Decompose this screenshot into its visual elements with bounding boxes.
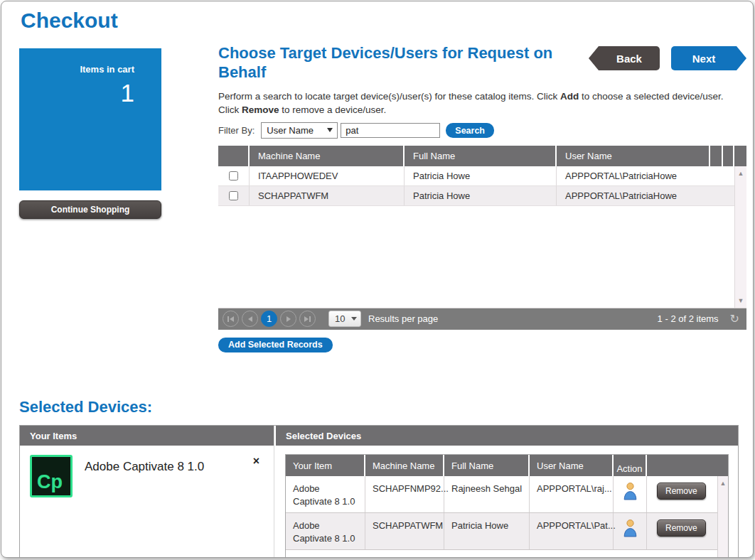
your-items-header: Your Items <box>20 426 274 446</box>
search-results-grid: Machine Name Full Name User Name ITAAPPH… <box>218 146 746 330</box>
filter-field-select[interactable]: User Name <box>261 122 338 139</box>
results-per-page-label: Results per page <box>368 313 438 324</box>
cart-summary: Items in cart 1 <box>19 48 161 190</box>
page-size-value: 10 <box>335 313 345 324</box>
checkout-page: Checkout Items in cart 1 Continue Shoppi… <box>1 1 754 558</box>
remove-item-icon[interactable]: × <box>253 456 259 467</box>
pager-bar: 1 10 Results per page 1 - 2 of 2 items ↻ <box>218 308 746 330</box>
devices-subpanel-header: Selected Devices <box>276 426 738 446</box>
devices-subpanel: Selected Devices Your Item Machine Name … <box>276 426 738 558</box>
chevron-down-icon <box>327 128 333 132</box>
pager-prev-button[interactable] <box>242 311 258 327</box>
cart-item-name: Adobe Captivate 8 1.0 <box>85 460 204 497</box>
cell-full-name: Patricia Howe <box>405 186 557 205</box>
panel-heading: Choose Target Devices/Users for Request … <box>218 44 595 82</box>
header-filler <box>647 455 717 476</box>
header-checkbox-column <box>218 146 250 166</box>
cell-machine-name: SCHAPPATWFM <box>250 186 405 205</box>
back-button[interactable]: Back <box>599 46 660 70</box>
header-filler <box>734 146 746 166</box>
scroll-up-button[interactable]: ▲ <box>718 478 728 488</box>
cell-machine-name: SCHAPPATWFM <box>365 513 444 549</box>
pager-page-1-button[interactable]: 1 <box>261 311 277 327</box>
header-user-name: User Name <box>530 455 614 476</box>
header-your-item: Your Item <box>286 455 365 476</box>
device-table-row: Adobe Captivate 8 1.0 SCHAPPATWFM Patric… <box>286 513 717 550</box>
cell-full-name: Patricia Howe <box>405 166 557 185</box>
filter-by-label: Filter By: <box>218 125 255 136</box>
cell-user-name: APPPORTAL\PatriciaHowe <box>557 166 734 185</box>
pager-first-button[interactable] <box>223 311 239 327</box>
search-button[interactable]: Search <box>446 123 494 138</box>
page-size-select[interactable]: 10 <box>328 311 361 327</box>
header-action: Action <box>614 455 647 476</box>
remove-button[interactable]: Remove <box>657 519 706 537</box>
grid-header: Machine Name Full Name User Name <box>218 146 746 166</box>
result-table-row[interactable]: ITAAPPHOWEDEV Patricia Howe APPPORTAL\Pa… <box>218 166 734 186</box>
scroll-up-button[interactable]: ▲ <box>735 168 746 178</box>
cell-full-name: Patricia Howe <box>444 513 530 549</box>
header-filler <box>710 146 723 166</box>
header-filler <box>723 146 734 166</box>
cart-count: 1 <box>19 79 134 107</box>
pager-last-button[interactable] <box>299 311 316 327</box>
vertical-scrollbar[interactable]: ▲ <box>717 476 728 558</box>
grid-rows: ITAAPPHOWEDEV Patricia Howe APPPORTAL\Pa… <box>218 166 734 206</box>
vertical-scrollbar[interactable]: ▲ ▼ <box>734 166 746 308</box>
pager-next-button[interactable] <box>280 311 296 327</box>
devices-table: Your Item Machine Name Full Name User Na… <box>285 454 729 558</box>
page-title: Checkout <box>21 9 118 33</box>
cart-items-label: Items in cart <box>19 64 134 75</box>
header-user-name[interactable]: User Name <box>557 146 710 166</box>
partial-row <box>286 550 717 558</box>
filter-field-value: User Name <box>267 125 314 136</box>
add-selected-records-button[interactable]: Add Selected Records <box>218 338 333 352</box>
cell-machine-name: SCHAPFNMP92... <box>365 476 444 512</box>
filter-row: Filter By: User Name Search <box>218 122 746 139</box>
user-icon[interactable] <box>623 519 638 537</box>
wizard-nav: Back Next <box>589 46 746 70</box>
cell-user-name: APPPORTAL\Pat... <box>530 513 614 549</box>
devices-table-rows: Adobe Captivate 8 1.0 SCHAPFNMP92... Raj… <box>286 476 717 550</box>
cell-machine-name: ITAAPPHOWEDEV <box>250 166 405 185</box>
cell-full-name: Rajneesh Sehgal <box>444 476 530 512</box>
your-items-list: Cp Adobe Captivate 8 1.0 × <box>20 446 274 507</box>
grid-body: ITAAPPHOWEDEV Patricia Howe APPPORTAL\Pa… <box>218 166 746 308</box>
continue-shopping-button[interactable]: Continue Shopping <box>19 200 161 219</box>
request-on-behalf-panel: Back Next Choose Target Devices/Users fo… <box>218 44 746 352</box>
cell-user-name: APPPORTAL\PatriciaHowe <box>557 186 734 205</box>
row-checkbox[interactable] <box>229 191 238 200</box>
row-checkbox[interactable] <box>229 171 238 181</box>
cell-action <box>614 476 647 512</box>
header-full-name: Full Name <box>444 455 530 476</box>
refresh-icon[interactable]: ↻ <box>730 313 739 325</box>
device-table-row: Adobe Captivate 8 1.0 SCHAPFNMP92... Raj… <box>286 476 717 513</box>
header-machine-name[interactable]: Machine Name <box>250 146 405 166</box>
pager-range-label: 1 - 2 of 2 items <box>658 313 719 324</box>
result-table-row[interactable]: SCHAPPATWFM Patricia Howe APPPORTAL\Patr… <box>218 186 734 206</box>
instructions-text: Perform a search to locate target device… <box>218 90 746 117</box>
header-filler <box>717 455 728 476</box>
chevron-down-icon <box>351 317 357 321</box>
user-icon[interactable] <box>623 482 638 500</box>
next-button[interactable]: Next <box>671 46 737 70</box>
devices-table-header: Your Item Machine Name Full Name User Na… <box>286 455 728 476</box>
cart-item-row: Cp Adobe Captivate 8 1.0 × <box>20 446 274 507</box>
scroll-down-button[interactable]: ▼ <box>735 296 746 306</box>
cell-your-item: Adobe Captivate 8 1.0 <box>286 476 365 512</box>
cell-action <box>614 513 647 549</box>
header-machine-name: Machine Name <box>365 455 444 476</box>
adobe-captivate-icon: Cp <box>30 455 73 497</box>
cell-user-name: APPPORTAL\raj... <box>530 476 614 512</box>
search-input[interactable] <box>341 123 440 138</box>
cell-your-item: Adobe Captivate 8 1.0 <box>286 513 365 549</box>
header-full-name[interactable]: Full Name <box>405 146 557 166</box>
your-items-panel: Your Items Cp Adobe Captivate 8 1.0 × <box>20 426 274 558</box>
selected-devices-panel: Your Items Cp Adobe Captivate 8 1.0 × Se… <box>19 425 739 558</box>
remove-button[interactable]: Remove <box>657 483 706 500</box>
selected-devices-heading: Selected Devices: <box>19 398 152 416</box>
